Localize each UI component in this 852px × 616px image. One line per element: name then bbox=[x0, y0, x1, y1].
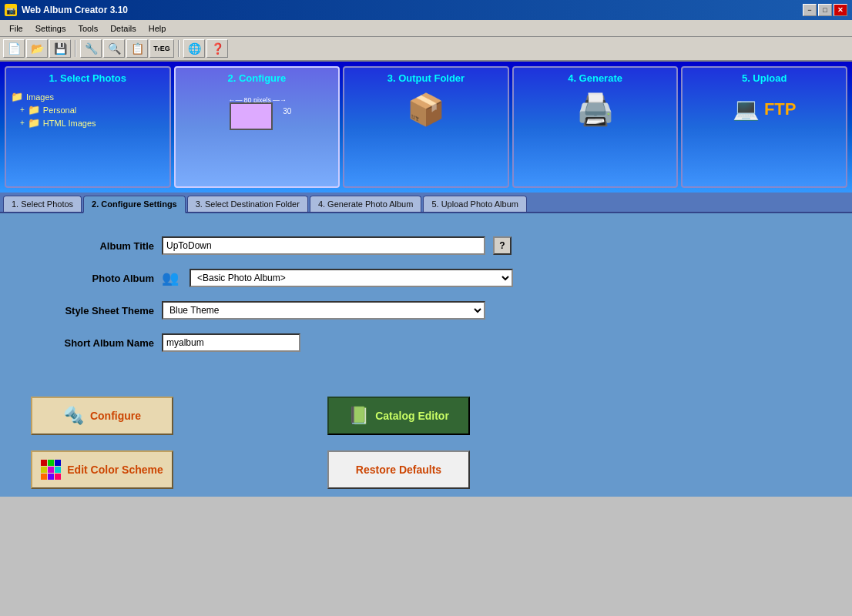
tab-upload-album[interactable]: 5. Upload Photo Album bbox=[423, 196, 527, 212]
tree-html-images: HTML Images bbox=[43, 119, 96, 128]
photo-album-select[interactable]: <Basic Photo Album> Custom Album Slide S… bbox=[190, 269, 513, 287]
toolbar-separator-1 bbox=[75, 40, 76, 57]
tree-personal: Personal bbox=[43, 105, 76, 115]
wizard-step-2[interactable]: 2. Configure ←— 80 pixels —→ 30 bbox=[174, 66, 340, 188]
minimize-button[interactable]: − bbox=[803, 4, 817, 16]
configure-button[interactable]: 🔩 Configure bbox=[31, 397, 173, 435]
toolbar-web[interactable]: 🌐 bbox=[183, 39, 205, 58]
generate-icon: 🖨️ bbox=[576, 92, 615, 128]
tabs-bar: 1. Select Photos 2. Configure Settings 3… bbox=[0, 192, 852, 213]
main-area: 1. Select Photos 2. Configure Settings 3… bbox=[0, 192, 852, 497]
short-name-row: Short Album Name bbox=[31, 333, 821, 352]
step2-diagram: ←— 80 pixels —→ 30 bbox=[179, 89, 336, 139]
tree-root: Images bbox=[26, 92, 54, 102]
style-sheet-label: Style Sheet Theme bbox=[31, 305, 154, 316]
album-title-row: Album Title ? bbox=[31, 236, 821, 255]
album-title-help-button[interactable]: ? bbox=[493, 236, 512, 255]
restore-defaults-button[interactable]: Restore Defaults bbox=[327, 450, 470, 489]
menu-bar: File Settings Tools Details Help bbox=[0, 20, 852, 37]
menu-file[interactable]: File bbox=[3, 22, 29, 35]
catalog-icon: 📗 bbox=[348, 406, 369, 426]
toolbar-new[interactable]: 📄 bbox=[3, 39, 25, 58]
wizard-step-3[interactable]: 3. Output Folder 📦 bbox=[343, 66, 509, 188]
configure-icon: 🔩 bbox=[63, 406, 84, 426]
output-folder-icon: 📦 bbox=[407, 92, 445, 128]
buttons-row-1: 🔩 Configure 📗 Catalog Editor bbox=[0, 389, 852, 443]
tab-select-destination[interactable]: 3. Select Destination Folder bbox=[187, 196, 308, 212]
wizard-step-3-title: 3. Output Folder bbox=[387, 72, 465, 84]
window-title: Web Album Creator 3.10 bbox=[22, 5, 128, 15]
toolbar-clipboard[interactable]: 📋 bbox=[126, 39, 148, 58]
short-name-input[interactable] bbox=[162, 333, 300, 352]
short-name-label: Short Album Name bbox=[31, 337, 154, 349]
menu-details[interactable]: Details bbox=[104, 22, 143, 35]
wizard-step-2-title: 2. Configure bbox=[227, 72, 286, 84]
maximize-button[interactable]: □ bbox=[818, 4, 832, 16]
configure-form: Album Title ? Photo Album 👥 <Basic Photo… bbox=[0, 213, 852, 389]
window-controls: − □ ✕ bbox=[803, 4, 847, 16]
wizard-step-1-title: 1. Select Photos bbox=[49, 72, 126, 84]
color-grid-icon bbox=[41, 460, 61, 480]
style-sheet-select[interactable]: Blue Theme Red Theme Green Theme Classic… bbox=[162, 301, 485, 320]
close-button[interactable]: ✕ bbox=[834, 4, 847, 16]
ftp-label: FTP bbox=[764, 99, 797, 119]
style-sheet-row: Style Sheet Theme Blue Theme Red Theme G… bbox=[31, 301, 821, 320]
album-title-input[interactable] bbox=[162, 236, 485, 255]
wizard-area: 1. Select Photos 📁 Images + 📁 Personal +… bbox=[0, 62, 852, 192]
catalog-editor-label: Catalog Editor bbox=[375, 410, 449, 422]
wizard-step-5[interactable]: 5. Upload 💻 FTP bbox=[681, 66, 847, 188]
photo-album-icon: 👥 bbox=[162, 270, 179, 286]
app-icon: 📷 bbox=[5, 4, 17, 16]
menu-tools[interactable]: Tools bbox=[72, 22, 104, 35]
wizard-step-4-title: 4. Generate bbox=[568, 72, 622, 84]
tab-select-photos[interactable]: 1. Select Photos bbox=[3, 196, 82, 212]
edit-color-label: Edit Color Scheme bbox=[67, 464, 163, 476]
photo-album-row: Photo Album 👥 <Basic Photo Album> Custom… bbox=[31, 269, 821, 287]
toolbar-edit[interactable]: 🔧 bbox=[80, 39, 102, 58]
album-title-label: Album Title bbox=[31, 240, 154, 252]
catalog-editor-button[interactable]: 📗 Catalog Editor bbox=[327, 397, 470, 435]
height-label: 30 bbox=[283, 107, 291, 116]
buttons-row-2: Edit Color Scheme Restore Defaults bbox=[0, 443, 852, 497]
photo-album-label: Photo Album bbox=[31, 273, 154, 284]
toolbar-open[interactable]: 📂 bbox=[26, 39, 48, 58]
restore-defaults-label: Restore Defaults bbox=[356, 464, 441, 476]
title-bar: 📷 Web Album Creator 3.10 − □ ✕ bbox=[0, 0, 852, 20]
wizard-step-4[interactable]: 4. Generate 🖨️ bbox=[512, 66, 679, 188]
tab-configure-settings[interactable]: 2. Configure Settings bbox=[83, 196, 186, 213]
toolbar-help[interactable]: ❓ bbox=[206, 39, 228, 58]
toolbar-separator-2 bbox=[178, 40, 179, 57]
wizard-step-5-title: 5. Upload bbox=[742, 72, 787, 84]
step1-file-tree: 📁 Images + 📁 Personal + 📁 HTML Images bbox=[9, 89, 166, 131]
menu-help[interactable]: Help bbox=[143, 22, 173, 35]
thumb-preview-box bbox=[230, 102, 273, 130]
edit-color-scheme-button[interactable]: Edit Color Scheme bbox=[31, 450, 173, 489]
configure-button-label: Configure bbox=[90, 410, 141, 422]
wizard-step-1[interactable]: 1. Select Photos 📁 Images + 📁 Personal +… bbox=[5, 66, 171, 188]
toolbar: 📄 📂 💾 🔧 🔍 📋 TrEG 🌐 ❓ bbox=[0, 37, 852, 62]
toolbar-search[interactable]: 🔍 bbox=[103, 39, 125, 58]
toolbar-treg[interactable]: TrEG bbox=[149, 39, 174, 58]
upload-computer-icon: 💻 bbox=[733, 96, 760, 122]
menu-settings[interactable]: Settings bbox=[29, 22, 72, 35]
toolbar-save[interactable]: 💾 bbox=[49, 39, 71, 58]
tab-generate-album[interactable]: 4. Generate Photo Album bbox=[310, 196, 422, 212]
